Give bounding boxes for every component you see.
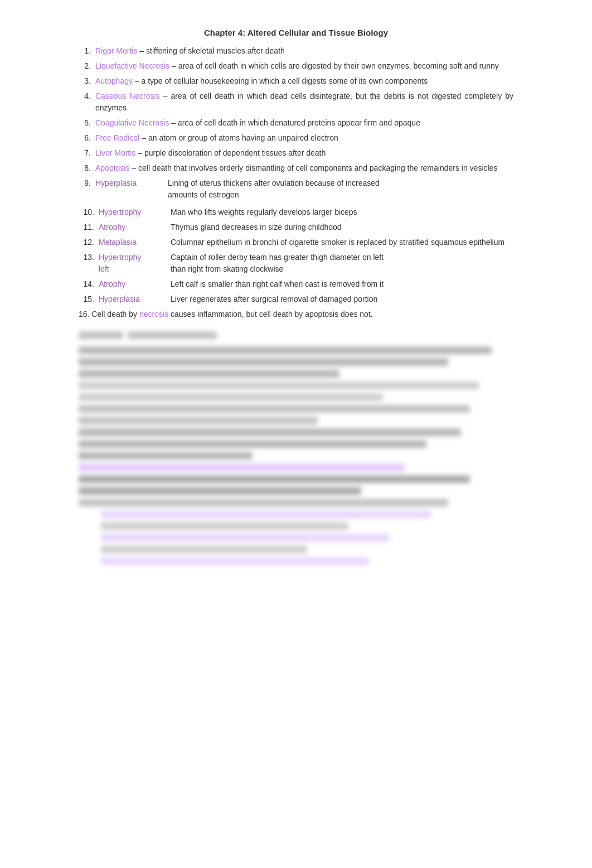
term-hyperplasia-15[interactable]: Hyperplasia: [95, 293, 171, 305]
list-item: 1. Rigor Mortis – stiffening of skeletal…: [79, 45, 513, 57]
example-desc-15: Liver regenerates after surgical removal…: [171, 293, 513, 305]
item-content: Autophagy – a type of cellular housekeep…: [95, 75, 513, 87]
example-number: 11.: [79, 221, 95, 233]
term-atrophy-14[interactable]: Atrophy: [95, 278, 171, 290]
item-9-indent: amounts of estrogen: [79, 189, 513, 201]
example-row-14: 14. Atrophy Left calf is smaller than ri…: [79, 278, 513, 290]
example-row-15: 15. Hyperplasia Liver regenerates after …: [79, 293, 513, 305]
item-number: 7.: [79, 147, 95, 159]
item-content: Caseous Necrosis – area of cell death in…: [95, 90, 513, 114]
item-definition: – purple discoloration of dependent tiss…: [138, 148, 326, 157]
example-row-12: 12. Metaplasia Columnar epithelium in br…: [79, 237, 513, 248]
item-number: 3.: [79, 75, 95, 87]
item-content: Liquefactive Necrosis – area of cell dea…: [95, 60, 513, 72]
example-number: 12.: [79, 237, 95, 248]
item-definition: – stiffening of skeletal muscles after d…: [139, 46, 284, 55]
item-definition: – area of cell death in which cells are …: [172, 61, 499, 70]
page-container: Chapter 4: Altered Cellular and Tissue B…: [45, 0, 547, 597]
item-definition: – a type of cellular housekeeping in whi…: [135, 76, 428, 85]
term-hyperplasia-9[interactable]: Hyperplasia: [95, 177, 168, 189]
item-definition: – cell death that involves orderly disma…: [132, 163, 497, 172]
term-autophagy[interactable]: Autophagy: [95, 76, 133, 85]
example-row-11: 11. Atrophy Thymus gland decreases in si…: [79, 221, 513, 233]
item-content: Livor Mortis – purple discoloration of d…: [95, 147, 513, 159]
term-liquefactive-necrosis[interactable]: Liquefactive Necrosis: [95, 61, 169, 70]
term-coagulative-necrosis[interactable]: Coagulative Necrosis: [95, 118, 169, 127]
example-number: 13.: [79, 252, 95, 263]
example-desc-12: Columnar epithelium in bronchi of cigare…: [171, 237, 513, 248]
term-atrophy-11[interactable]: Atrophy: [95, 221, 171, 233]
item-9-desc: Lining of uterus thickens after ovulatio…: [168, 177, 513, 189]
item-definition: – area of cell death in which denatured …: [171, 118, 420, 127]
example-number: 14.: [79, 278, 95, 290]
example-number: 10.: [79, 206, 95, 218]
term-hypertrophy-10[interactable]: Hypertrophy: [95, 206, 171, 218]
item-content: Apoptosis – cell death that involves ord…: [95, 162, 513, 174]
item-content: Rigor Mortis – stiffening of skeletal mu…: [95, 45, 513, 57]
item-content: Coagulative Necrosis – area of cell deat…: [95, 117, 513, 129]
term-necrosis-16[interactable]: necrosis: [139, 310, 168, 319]
item-16: 16. Cell death by necrosis causes inflam…: [79, 308, 513, 320]
list-item: 8. Apoptosis – cell death that involves …: [79, 162, 513, 174]
term-caseous-necrosis[interactable]: Caseous Necrosis: [95, 91, 160, 100]
example-desc-14: Left calf is smaller than right calf whe…: [171, 278, 513, 290]
item-number: 5.: [79, 117, 95, 129]
item-16-suffix: causes inflammation, but cell death by a…: [168, 310, 373, 319]
list-item: 3. Autophagy – a type of cellular housek…: [79, 75, 513, 87]
list-item: 4. Caseous Necrosis – area of cell death…: [79, 90, 513, 114]
term-hypertrophy-13-cont: left: [95, 263, 171, 275]
example-desc-11: Thymus gland decreases in size during ch…: [171, 221, 513, 233]
item-16-prefix: 16. Cell death by: [79, 310, 139, 319]
item-number: 6.: [79, 132, 95, 144]
example-desc-10: Man who lifts weights regularly develops…: [171, 206, 513, 218]
item-9-desc2: amounts of estrogen: [168, 189, 513, 201]
term-rigor-mortis[interactable]: Rigor Mortis: [95, 46, 137, 55]
item-number: 2.: [79, 60, 95, 72]
example-row-13b: left than right from skating clockwise: [79, 263, 513, 275]
items-list: 1. Rigor Mortis – stiffening of skeletal…: [79, 45, 513, 174]
item-9-number: 9.: [79, 177, 95, 189]
example-number: 15.: [79, 293, 95, 305]
examples-section: 10. Hypertrophy Man who lifts weights re…: [79, 206, 513, 305]
term-livor-mortis[interactable]: Livor Mortis: [95, 148, 135, 157]
term-free-radical[interactable]: Free Radical: [95, 133, 139, 142]
term-metaplasia-12[interactable]: Metaplasia: [95, 237, 171, 248]
item-content: Free Radical – an atom or group of atoms…: [95, 132, 513, 144]
item-number: 8.: [79, 162, 95, 174]
example-desc-13b: than right from skating clockwise: [171, 263, 513, 275]
item-number: 1.: [79, 45, 95, 57]
list-item: 5. Coagulative Necrosis – area of cell d…: [79, 117, 513, 129]
item-definition: – an atom or group of atoms having an un…: [142, 133, 338, 142]
example-desc-13: Captain of roller derby team has greater…: [171, 252, 513, 263]
list-item: 7. Livor Mortis – purple discoloration o…: [79, 147, 513, 159]
item-number: 4.: [79, 90, 95, 102]
example-row-13: 13. Hypertrophy Captain of roller derby …: [79, 252, 513, 263]
item-9-row: 9. Hyperplasia Lining of uterus thickens…: [79, 177, 513, 189]
term-hypertrophy-13[interactable]: Hypertrophy: [95, 252, 171, 263]
list-item: 6. Free Radical – an atom or group of at…: [79, 132, 513, 144]
example-row-10: 10. Hypertrophy Man who lifts weights re…: [79, 206, 513, 218]
term-apoptosis[interactable]: Apoptosis: [95, 163, 129, 172]
list-item: 2. Liquefactive Necrosis – area of cell …: [79, 60, 513, 72]
chapter-title: Chapter 4: Altered Cellular and Tissue B…: [79, 28, 513, 37]
blurred-section: [79, 331, 513, 565]
item-9-content: Hyperplasia Lining of uterus thickens af…: [95, 177, 513, 189]
